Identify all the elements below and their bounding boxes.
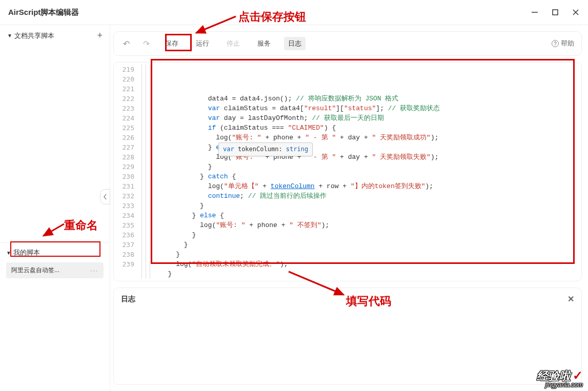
code-line[interactable]: data4 = data4.json(); // 将响应数据解析为 JSON 格… <box>160 94 578 104</box>
window-maximize-button[interactable] <box>551 8 559 16</box>
line-number: 238 <box>114 250 134 259</box>
code-line[interactable]: log("自动领取未领取奖励完成。"); <box>160 259 578 269</box>
code-line[interactable]: } else { <box>160 211 578 220</box>
watermark: 经验啦✓ jingyanla.com <box>537 369 583 388</box>
caret-down-icon: ▼ <box>7 33 12 38</box>
sidebar-shared-label: 文档共享脚本 <box>14 31 54 40</box>
code-line[interactable]: } <box>160 201 578 211</box>
window-close-button[interactable] <box>572 8 580 16</box>
window-minimize-button[interactable] <box>531 8 539 16</box>
line-number: 221 <box>114 84 134 94</box>
line-number: 232 <box>114 191 134 201</box>
script-item-name: 阿里云盘自动签... <box>11 266 59 275</box>
code-editor[interactable]: 2192202212222232242252262272282292302312… <box>113 62 582 281</box>
sidebar-my-label: 我的脚本 <box>13 248 40 257</box>
code-line[interactable]: } <box>160 269 578 279</box>
code-line[interactable]: var claimStatus = data4["result"]["statu… <box>160 104 578 113</box>
code-hint-tooltip: var tokenColumn: string <box>218 142 313 156</box>
sidebar-shared-scripts-header[interactable]: ▼文档共享脚本 + <box>7 30 103 41</box>
code-line[interactable]: } <box>160 162 578 172</box>
line-number: 229 <box>114 162 134 172</box>
code-line[interactable]: log("单元格【" + tokenColumn + row + "】内的tok… <box>160 181 578 191</box>
stop-button[interactable]: 停止 <box>222 37 244 50</box>
app-title: AirScript脚本编辑器 <box>8 8 79 17</box>
help-icon: ? <box>552 40 559 47</box>
line-number: 223 <box>114 104 134 113</box>
line-number: 239 <box>114 259 134 269</box>
script-item[interactable]: 阿里云盘自动签... ··· <box>6 262 104 278</box>
line-number: 222 <box>114 94 134 104</box>
line-number: 228 <box>114 152 134 162</box>
caret-down-icon: ▼ <box>6 250 11 256</box>
redo-button[interactable]: ↷ <box>141 38 152 50</box>
log-panel-title: 日志 <box>121 295 135 304</box>
line-number: 220 <box>114 74 134 84</box>
code-line[interactable]: log("账号: " + phone + " - 第 " + day + " 天… <box>160 133 578 142</box>
line-number: 225 <box>114 123 134 133</box>
code-line[interactable]: } <box>160 230 578 240</box>
line-number: 234 <box>114 211 134 220</box>
line-number: 236 <box>114 230 134 240</box>
line-number: 231 <box>114 181 134 191</box>
line-number: 233 <box>114 201 134 211</box>
line-number: 237 <box>114 240 134 250</box>
service-button[interactable]: 服务 <box>253 37 275 50</box>
code-line[interactable]: } <box>160 250 578 259</box>
code-line[interactable]: continue; // 跳过当前行的后续操作 <box>160 191 578 201</box>
log-button[interactable]: 日志 <box>284 37 306 50</box>
line-number: 226 <box>114 133 134 142</box>
undo-button[interactable]: ↶ <box>121 38 132 50</box>
code-line[interactable]: if (claimStatus === "CLAIMED") { <box>160 123 578 133</box>
add-script-button[interactable]: + <box>97 30 103 41</box>
line-number: 219 <box>114 65 134 74</box>
sidebar-collapse-button[interactable] <box>100 189 110 204</box>
code-line[interactable]: log("账号: " + phone + " 不签到"); <box>160 220 578 230</box>
sidebar-my-scripts-header[interactable]: ▼我的脚本 <box>6 248 104 257</box>
code-line[interactable]: } catch { <box>160 172 578 181</box>
script-item-menu-button[interactable]: ··· <box>90 267 98 274</box>
run-button[interactable]: 运行 <box>192 37 213 50</box>
svg-rect-1 <box>553 10 558 15</box>
code-line[interactable]: var day = lastDayOfMonth; // 获取最后一天的日期 <box>160 113 578 123</box>
log-panel-close-button[interactable]: ✕ <box>567 294 574 304</box>
code-line[interactable]: } <box>160 240 578 250</box>
line-number: 230 <box>114 172 134 181</box>
save-button[interactable]: 保存 <box>161 37 183 50</box>
line-number: 235 <box>114 220 134 230</box>
line-number: 227 <box>114 142 134 152</box>
help-button[interactable]: ?帮助 <box>552 39 574 48</box>
line-number: 224 <box>114 113 134 123</box>
